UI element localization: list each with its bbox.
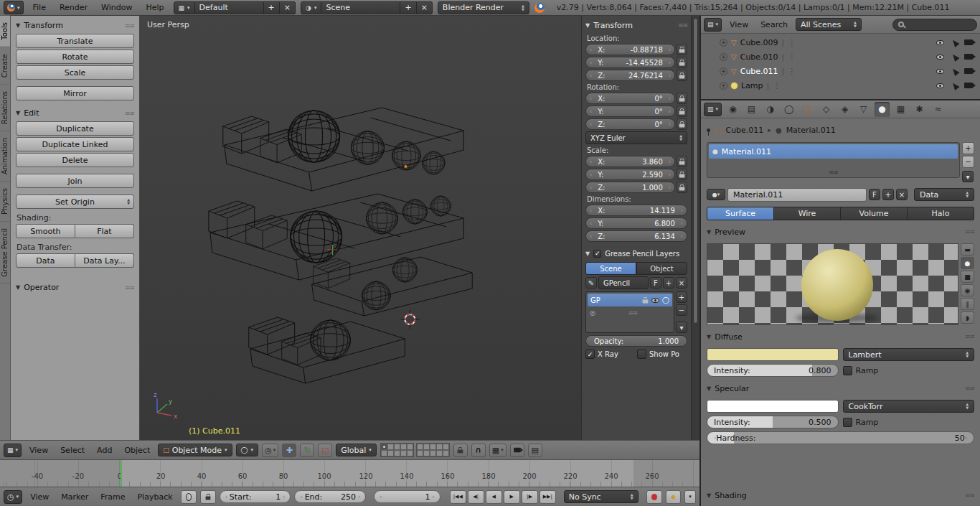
play-button[interactable]: ▶ [504, 490, 520, 504]
tool-tab-relations[interactable]: Relations [0, 85, 10, 131]
scene-delete-button[interactable]: × [417, 1, 433, 14]
scale-x-field[interactable]: ‹X:3.860› [585, 156, 675, 167]
pin-icon[interactable] [707, 128, 710, 132]
translate-button[interactable]: Translate [16, 34, 134, 48]
fake-user-button[interactable]: F [869, 189, 880, 200]
display-mode-dropdown[interactable]: All Scenes ▲▼ [796, 18, 862, 31]
shade-smooth-button[interactable]: Smooth [16, 224, 75, 238]
gp-unlink-button[interactable]: × [676, 277, 687, 289]
grease-pencil-checkbox[interactable]: ✓ [593, 250, 601, 258]
tab-render-layers[interactable]: ▤ [744, 102, 759, 117]
editor-type-outliner-button[interactable]: ▤ ▾ [704, 18, 722, 32]
gp-layer-specials-button[interactable]: ▾ [676, 322, 687, 333]
expand-icon[interactable]: + [720, 39, 727, 47]
preview-sphere-button[interactable]: ● [961, 257, 974, 269]
menu-render[interactable]: Render [55, 3, 92, 12]
tab-object[interactable]: □ [800, 102, 815, 117]
keying-set-dropdown[interactable]: ▾ [684, 490, 696, 504]
manipulator-rotate-toggle[interactable]: ↻ [300, 444, 314, 457]
scene-add-button[interactable]: + [400, 1, 416, 14]
dimensions-y-field[interactable]: ‹Y:6.800› [585, 217, 687, 229]
eye-icon[interactable] [936, 55, 944, 60]
cursor-arrow-icon[interactable] [949, 50, 960, 62]
transform-orientation-dropdown[interactable]: Global ▾ [336, 444, 377, 456]
cursor-arrow-icon[interactable] [949, 36, 960, 47]
tab-world[interactable]: ◯ [781, 102, 796, 117]
gp-fake-user-button[interactable]: F [650, 277, 661, 289]
location-z-field[interactable]: ‹Z:24.76214› [585, 70, 675, 81]
camera-icon[interactable] [964, 83, 973, 88]
camera-icon[interactable] [964, 68, 973, 74]
frame-start-field[interactable]: ‹Start:1› [220, 490, 291, 503]
operator-panel-header[interactable]: ▼ Operator ≡≡ [16, 281, 134, 294]
screen-layout-browse-button[interactable]: ▦ ▾ [174, 1, 195, 14]
preview-cube-button[interactable]: ■ [961, 271, 974, 283]
3d-viewport[interactable]: x y z User Persp (1) Cube.011 [140, 16, 581, 440]
lock-icon[interactable] [677, 93, 687, 104]
expand-icon[interactable]: + [720, 67, 727, 75]
gp-source-object-button[interactable]: Object [636, 262, 687, 275]
tab-constraints[interactable]: ◇ [819, 102, 834, 117]
menu-search[interactable]: Search [756, 20, 792, 29]
menu-view[interactable]: View [725, 20, 753, 29]
menu-frame[interactable]: Frame [96, 492, 129, 502]
lock-to-scene-toggle[interactable] [453, 444, 468, 457]
outliner-search-input[interactable] [892, 19, 977, 31]
shade-flat-button[interactable]: Flat [75, 224, 134, 238]
menu-view[interactable]: View [26, 492, 53, 502]
hardness-slider[interactable]: ‹ Hardness: 50 › [707, 431, 974, 444]
transform-panel-header[interactable]: ▼ Transform ≡≡ [585, 18, 687, 32]
sync-mode-dropdown[interactable]: No Sync ▲▼ [564, 490, 639, 503]
specular-color-swatch[interactable] [707, 400, 839, 413]
specular-shader-dropdown[interactable]: CookTorr ▲▼ [843, 400, 975, 413]
rotation-mode-dropdown[interactable]: XYZ Euler ▲▼ [585, 131, 687, 144]
tab-particles[interactable]: ✱ [912, 102, 927, 117]
material-link-dropdown[interactable]: Data ▲▼ [914, 188, 974, 201]
gp-layer-add-button[interactable]: + [676, 291, 687, 303]
camera-icon[interactable] [964, 54, 973, 60]
preview-hair-button[interactable]: ∥ [961, 298, 974, 310]
menu-file[interactable]: File [29, 3, 50, 12]
lock-icon[interactable] [677, 44, 687, 55]
rotate-button[interactable]: Rotate [16, 50, 134, 64]
menu-marker[interactable]: Marker [57, 492, 93, 502]
onion-icon[interactable]: ◯ [662, 296, 669, 304]
mode-dropdown[interactable]: □ Object Mode ▾ [158, 444, 232, 456]
jump-to-start-button[interactable]: |◀◀ [450, 490, 466, 504]
grease-pencil-panel-header[interactable]: ▼ ✓ Grease Pencil Layers [585, 246, 687, 261]
material-name-field[interactable]: Material.011 [727, 188, 867, 202]
edit-panel-header[interactable]: ▼ Edit ≡≡ [16, 106, 134, 120]
outliner-row-cube-009[interactable]: + ▽ Cube.009 | ⋮ [704, 35, 977, 50]
timeline-ruler[interactable]: -40 -20 0 20 40 60 80 100 120 140 160 18… [0, 460, 699, 487]
gp-opacity-slider[interactable]: Opacity:1.000 [585, 335, 687, 347]
specular-panel-header[interactable]: ▼ Specular ≡≡ [707, 382, 974, 395]
list-grip-icon[interactable]: ≡≡ [628, 309, 637, 317]
set-origin-dropdown[interactable]: Set Origin ▲▼ [16, 195, 134, 209]
lock-icon[interactable] [677, 57, 687, 68]
tool-tab-tools[interactable]: Tools [0, 16, 10, 47]
rotation-z-field[interactable]: ‹Z:0°› [585, 118, 675, 130]
tab-physics[interactable]: ≈ [930, 102, 946, 117]
tool-tab-physics[interactable]: Physics [0, 182, 10, 222]
use-preview-range-toggle[interactable] [181, 490, 197, 504]
viewport-shading-dropdown[interactable]: ◯ ▾ [236, 444, 259, 456]
tab-texture[interactable]: ▦ [893, 102, 908, 117]
gp-layer-item[interactable]: GP ◯ [588, 294, 672, 306]
menu-playback[interactable]: Playback [133, 492, 177, 502]
type-tab-halo[interactable]: Halo [908, 207, 974, 220]
breadcrumb-object[interactable]: Cube.011 [725, 126, 763, 135]
tab-render[interactable]: ◉ [725, 102, 740, 117]
xray-checkbox[interactable]: ✓ [585, 350, 595, 359]
data-transfer-data-button[interactable]: Data [16, 253, 75, 268]
specular-ramp-checkbox[interactable] [843, 418, 852, 427]
expand-icon[interactable]: + [720, 53, 727, 61]
menu-window[interactable]: Window [97, 3, 136, 12]
scale-y-field[interactable]: ‹Y:2.590› [585, 169, 675, 180]
cursor-arrow-icon[interactable] [949, 65, 960, 76]
dimensions-z-field[interactable]: ‹Z:6.134› [585, 230, 687, 242]
layer-group-1[interactable] [380, 443, 414, 457]
material-browse-button[interactable]: ● ▾ [707, 189, 725, 200]
shading-panel-header[interactable]: ▼ Shading ≡≡ [707, 489, 974, 502]
pivot-point-dropdown[interactable]: ◎ ▾ [262, 444, 278, 457]
gp-layer-remove-button[interactable]: − [676, 304, 687, 316]
